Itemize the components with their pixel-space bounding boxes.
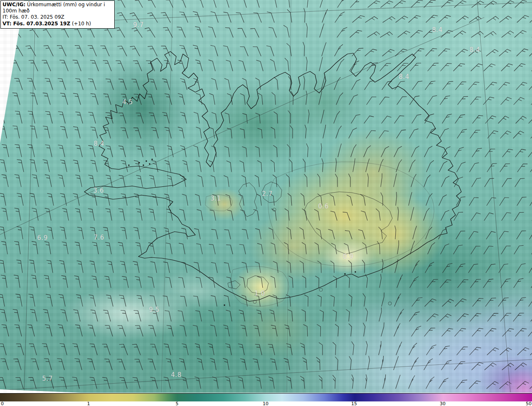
colorbar-tick: 50 <box>526 401 532 406</box>
contour-label: 9.7 <box>133 21 143 29</box>
colorbar: 01510153050 <box>0 393 532 406</box>
colorbar-tick: 30 <box>440 401 446 406</box>
contour-label: 4.8 <box>171 371 181 379</box>
contour-label: 7.6 <box>94 234 104 241</box>
contour-label: 8.4 <box>469 46 480 54</box>
contour-label: 0.9 <box>343 253 353 260</box>
init-time-text: IT: Fös. 07. 03. 2025 09Z <box>2 14 64 20</box>
station-circles <box>253 208 392 305</box>
precipitation-contours <box>205 162 434 306</box>
contour-label: 8.4 <box>94 140 104 147</box>
contour-label: 2.7 <box>262 190 272 198</box>
contour-label: 3.1 <box>210 195 221 202</box>
contour-label: 6.9 <box>37 234 47 242</box>
colorbar-tick: 0 <box>1 401 4 406</box>
title-box: UWC/IG: Úrkomumætti (mm) og vindur i 100… <box>0 0 115 29</box>
colorbar-tick: 15 <box>351 401 357 406</box>
title-line-2: IT: Fös. 07. 03. 2025 09Z <box>2 14 113 20</box>
colorbar-tick-labels: 01510153050 <box>0 401 532 406</box>
colorbar-gradient <box>0 393 532 401</box>
title-line-1: UWC/IG: Úrkomumætti (mm) og vindur i 100… <box>2 2 113 14</box>
contour-label: 0.6 <box>318 203 328 210</box>
colorbar-tick: 1 <box>87 401 90 406</box>
iceland-coastline <box>84 51 461 301</box>
contour-label: 1.0 <box>254 290 265 297</box>
contour-label: 8.4 <box>399 73 409 81</box>
contour-label: 9.5 <box>149 306 159 313</box>
title-line-3: VT: Fös. 07.03.2025 19Z (+10 h) <box>2 21 113 27</box>
valid-time-offset: (+10 h) <box>70 21 91 27</box>
weather-map-screenshot: 9.78.48.48.44.58.43.63.12.70.66.97.60.91… <box>0 0 532 406</box>
model-id-label: UWC/IG: <box>2 2 25 7</box>
island-dots <box>128 159 356 306</box>
valid-time-label: VT: Fös. 07.03.2025 19Z <box>2 21 70 27</box>
colorbar-tick: 5 <box>176 401 179 406</box>
map-edge-wedges <box>0 0 81 393</box>
contour-label: 5.7 <box>42 375 52 382</box>
weather-map: 9.78.48.48.44.58.43.63.12.70.66.97.60.91… <box>0 0 532 393</box>
glacier-outlines <box>228 182 392 294</box>
colorbar-tick: 10 <box>263 401 268 406</box>
contour-label: 8.4 <box>432 26 442 34</box>
contour-label: 4.5 <box>122 98 133 106</box>
contour-label: 3.6 <box>93 187 103 194</box>
